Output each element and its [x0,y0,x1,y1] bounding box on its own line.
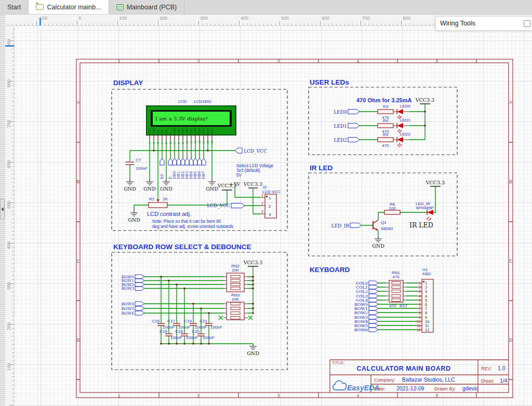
wiring-tool-icon[interactable] [524,20,530,27]
rev-label: REV: [481,366,492,371]
frame-row: D [509,337,512,343]
lcd1602-component[interactable]: I am a 3.3V display! VSS VCC VO RS RW E … [147,106,236,144]
sheet-value: 1/4 [500,377,508,384]
capacitor-c7[interactable]: C7 100nF [126,158,148,171]
frame-col: 2 [197,59,200,64]
rn1-below-value: 470 [389,304,396,308]
cap-ref: C20 [192,329,200,334]
debounce-capacitors[interactable]: C15 100nF C17 100nF C19 100nF C21 100nF … [152,319,222,340]
keyboard-net-flags[interactable]: COL0 COL1 COL2 COL3 COL4 ROW0 ROW1 ROW2 … [354,281,378,332]
tab-schematic[interactable]: Calculator mainb... [29,0,109,14]
h1-pin-red: 8 [419,311,421,315]
lcd-ref[interactable]: LCD [178,99,187,104]
cap-value: 100nF [186,335,198,340]
row-net-flags[interactable]: ROW0 ROW1 ROW2 ROW3 ROW4 ROW5 ROW6 [122,275,144,316]
cursor-position-marker-y [5,45,15,47]
frame-row: C [76,259,79,264]
lcd-pin-name: DB0 [173,128,176,134]
resistor-r6[interactable]: R6 100 [384,202,400,214]
title-block: TITLE: CALCULATOR MAIN BOARD REV: 1.0 Co… [330,360,509,393]
h1-pin-red: 7 [419,307,421,310]
frame-col: 1 [118,59,121,64]
lcd-pin-name: DB2 [181,128,184,134]
resistor-ref: R4 [383,118,389,123]
display-net-flags[interactable]: RS E DB0 DB1 DB2 DB3 DB4 DB5 DB6 DB7 [160,158,206,179]
note-line1: Note: Place so that it can be bent 90 [152,219,221,224]
cap-ref: C17 [167,319,175,323]
voltage-note-3: 5V [236,173,242,178]
net-flag-label: ROW6 [354,328,368,332]
net-flag-label: ROW6 [122,311,135,316]
gnd-symbol[interactable]: GND [143,179,156,192]
section-title-user-leds: USER LEDs [310,78,349,86]
cap-value: 100nF [210,325,222,330]
drawn-by-label: Drawn By: [434,386,456,391]
gnd-symbol[interactable]: GND [124,179,136,192]
resistor-network-rn2[interactable]: RN2 10K [227,264,244,292]
frame-row: A [509,100,512,105]
lcd-pin-name: DB6 [198,128,201,134]
connector-h1[interactable]: H1 KBD 1 2 3 4 5 6 7 8 9 10 11 12 1 2 3 … [417,267,433,332]
transistor-q1[interactable]: Q1 S8050 [373,220,393,231]
q1-value: S8050 [381,226,393,231]
ruler-number: 200 [159,16,167,21]
lcd-vcc-flag[interactable]: LCD_VCC [235,148,267,154]
resistor-network-rn3[interactable]: RN3 10K [227,293,244,320]
ir-led-diode[interactable]: LED_IR SFH485P [416,201,434,221]
lcd-pin-name: VO [156,129,159,134]
lcd-pin-name: DB4 [190,128,193,134]
gnd-symbol[interactable]: GND [160,179,172,192]
ruler-number: 100 [119,16,127,21]
frame-row: D [76,337,79,343]
sheet-title: CALCULATOR MAIN BOARD [357,365,451,372]
h1-value: KBD [422,272,431,276]
connector-j2[interactable]: J2 LCD VCC 1 2 3 1 2 3 [261,185,281,218]
h1-pin-red: 5 [419,299,421,302]
lcd-value[interactable]: LCD1602 [194,99,211,104]
panel-collapse-handle[interactable] [0,199,5,220]
lcd-pin-name: VCC [152,128,155,134]
tab-start[interactable]: Start [0,0,29,14]
net-flag-label: E [168,177,172,179]
resistor-ref: R5 [383,132,389,137]
gnd-symbol[interactable]: GND [128,210,140,223]
resistor-network-rn1[interactable]: RN1 470 470 R17 [389,270,407,308]
h1-pin-red: 4 [419,294,421,298]
tab-pcb[interactable]: Mainboard (PCB) [109,0,185,14]
gnd-label: GND [124,186,136,192]
gnd-label: GND [160,186,172,192]
led-ir-flag[interactable]: LED_IR [331,223,362,229]
h1-pin-black: 8 [425,310,427,315]
cap-value: 100nF [170,335,182,340]
h1-pin-red: 3 [419,290,421,293]
lcd-vcc-flag-j2[interactable]: LCD_VCC [207,203,245,209]
net-flag-label: DB1 [177,171,181,179]
keyboard-section: COL0 COL1 COL2 COL3 COL4 ROW0 ROW1 ROW2 … [354,267,433,332]
gnd-symbol[interactable]: GND [372,236,384,249]
resistor-value: 470 [382,143,389,148]
frame-col: 3 [277,59,280,64]
cap-ref: C16 [159,329,167,334]
wiring-tools-panel[interactable]: Wiring Tools [435,16,532,31]
gnd-symbol[interactable]: GND [247,344,259,356]
potentiometer-r2[interactable]: R2 2K [149,197,168,208]
ruler-number: 400 [241,16,248,21]
cap-ref: C15 [152,319,159,323]
vcc33-label: VCC3.3 [415,97,435,103]
j2-pin-red: 3 [261,210,263,213]
gnd-symbol[interactable]: GND [206,179,218,192]
schematic-drawing: 1 2 3 4 5 1 2 3 4 5 A B C D A B C D DISP… [0,0,532,406]
ruler-number: 700 [362,16,370,21]
j2-pin-black: 2 [269,204,271,209]
sheet-label: Sheet: [481,378,494,384]
ruler-number: 600 [6,160,11,168]
pcb-icon [116,4,124,10]
led-ref: LED1 [400,118,411,123]
gnd-label: GND [372,243,384,249]
vcc33-label: VCC3.3 [243,260,263,265]
ruler-number: 200 [6,322,11,330]
h1-pin-red: 6 [419,303,421,306]
net-flag-label: DB5 [193,171,197,179]
lcd-pin-name: BLK [210,128,214,134]
net-flag-label: LED1 [334,124,348,129]
